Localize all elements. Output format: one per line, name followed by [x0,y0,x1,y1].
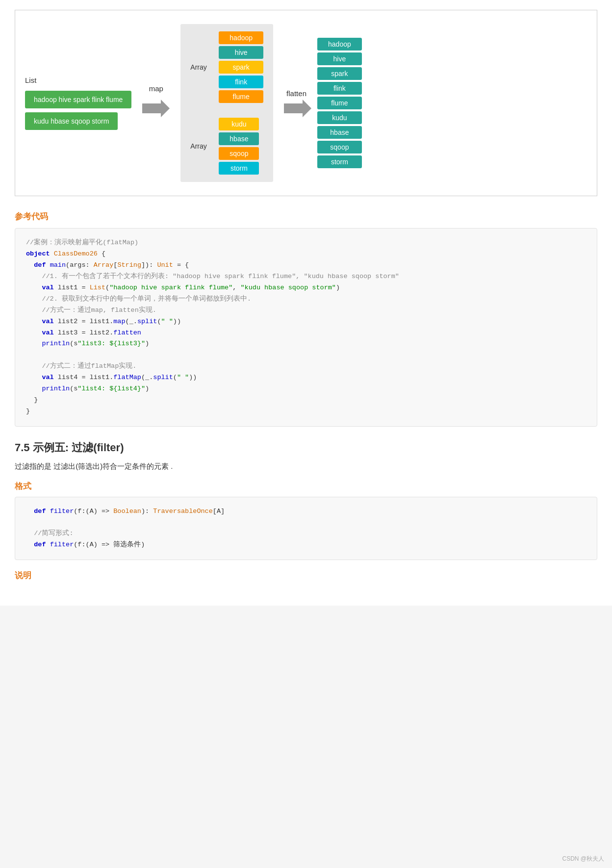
array-items-2: kudu hbase sqoop storm [219,118,259,175]
code-block-2: def filter(f:(A) => Boolean): Traversabl… [15,497,597,561]
list-item-2: kudu hbase sqoop storm [25,112,118,130]
svg-marker-1 [284,100,311,117]
array-item: sqoop [219,147,259,160]
map-label: map [149,84,163,93]
array-item: hbase [219,132,259,145]
section-desc: 过滤指的是 过滤出(筛选出)符合一定条件的元素 . [15,460,597,473]
flat-item: flink [317,82,362,95]
format-title: 格式 [15,481,597,492]
array-item: flume [219,90,263,103]
page-wrapper: List hadoop hive spark flink flume kudu … [0,0,612,606]
array-section: Array hadoop hive spark flink flume Arra… [180,24,273,182]
flat-items: hadoop hive spark flink flume kudu hbase… [317,38,362,168]
section-main-heading: 7.5 示例五: 过滤(filter) [15,440,597,455]
flat-item: hive [317,52,362,65]
flatten-label: flatten [286,89,306,98]
array-item: kudu [219,118,259,130]
flat-item: storm [317,155,362,168]
code-block-1: //案例：演示映射扁平化(flatMap) object ClassDemo26… [15,228,597,427]
map-arrow-group: map [141,89,171,117]
flat-item: spark [317,67,362,80]
array-group-2: Array kudu hbase sqoop storm [190,118,263,175]
array-item: hive [219,46,263,59]
list-item-1: hadoop hive spark flink flume [25,91,131,108]
flat-item: flume [317,97,362,109]
flat-item: hbase [317,126,362,139]
section-number: 7.5 示例五: 过滤(filter) [15,441,124,454]
diagram-section: List hadoop hive spark flink flume kudu … [15,10,597,196]
flat-item: hadoop [317,38,362,51]
map-arrow [141,100,171,117]
svg-marker-0 [142,100,170,117]
array-group-1: Array hadoop hive spark flink flume [190,31,263,103]
flatten-arrow-group: flatten [283,89,312,117]
array-item: flink [219,76,263,88]
list-label: List [25,76,36,84]
array-label-2: Array [190,142,215,150]
explain-title: 说明 [15,570,597,581]
array-item: spark [219,61,263,74]
list-section: List hadoop hive spark flink flume kudu … [25,76,131,130]
flatten-arrow [283,100,312,117]
flat-item: sqoop [317,141,362,153]
array-items-1: hadoop hive spark flink flume [219,31,263,103]
array-item: hadoop [219,31,263,44]
array-label-1: Array [190,63,215,71]
ref-code-title: 参考代码 [15,211,597,222]
flat-item: kudu [317,111,362,124]
array-item: storm [219,162,259,175]
